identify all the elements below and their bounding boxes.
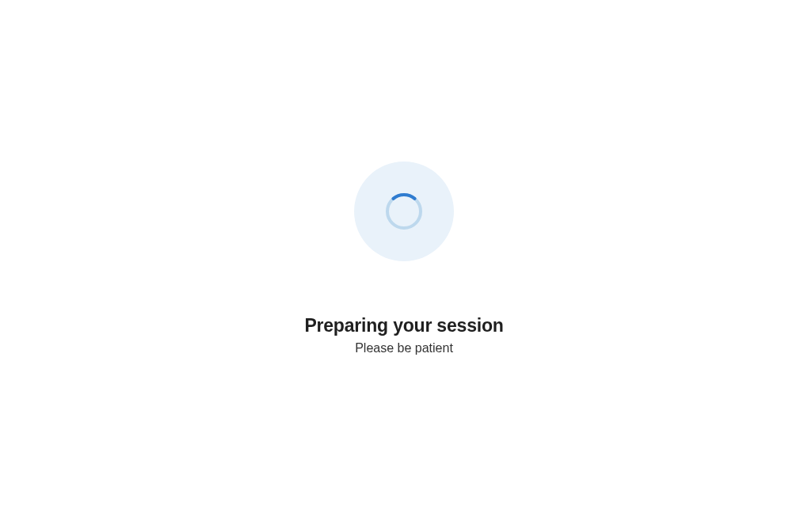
spinner-background-circle	[354, 162, 454, 261]
loading-spinner-icon	[384, 192, 424, 231]
loading-heading: Preparing your session	[304, 315, 503, 336]
loading-subtext: Please be patient	[355, 341, 453, 355]
loading-container: Preparing your session Please be patient	[304, 162, 503, 355]
